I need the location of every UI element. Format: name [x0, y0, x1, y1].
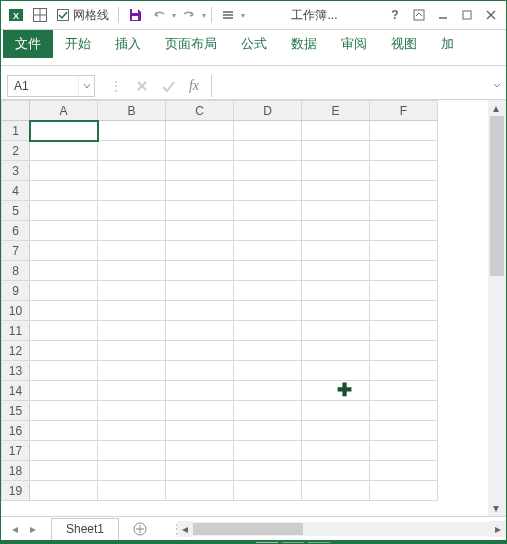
- row-header[interactable]: 14: [2, 381, 30, 401]
- cell[interactable]: [234, 161, 302, 181]
- formula-input[interactable]: [211, 75, 488, 97]
- cell[interactable]: [234, 461, 302, 481]
- vertical-scrollbar[interactable]: ▴ ▾: [488, 100, 506, 516]
- tab-addins[interactable]: 加: [429, 30, 466, 58]
- cell[interactable]: [302, 401, 370, 421]
- cell[interactable]: [302, 341, 370, 361]
- scroll-left-button[interactable]: ◂: [177, 521, 193, 537]
- cell[interactable]: [98, 221, 166, 241]
- row-header[interactable]: 8: [2, 261, 30, 281]
- cell[interactable]: [98, 261, 166, 281]
- undo-button[interactable]: [148, 4, 170, 26]
- new-sheet-button[interactable]: [129, 518, 151, 540]
- tab-formulas[interactable]: 公式: [229, 30, 279, 58]
- cell[interactable]: [370, 461, 438, 481]
- cell[interactable]: [370, 361, 438, 381]
- cell[interactable]: [234, 301, 302, 321]
- cell[interactable]: [98, 441, 166, 461]
- tab-data[interactable]: 数据: [279, 30, 329, 58]
- cell[interactable]: [370, 181, 438, 201]
- cell[interactable]: [166, 441, 234, 461]
- cell[interactable]: [302, 261, 370, 281]
- cell[interactable]: [302, 461, 370, 481]
- cell[interactable]: [234, 181, 302, 201]
- cell[interactable]: [30, 461, 98, 481]
- tab-layout[interactable]: 页面布局: [153, 30, 229, 58]
- cell[interactable]: [166, 481, 234, 501]
- enter-icon[interactable]: [157, 75, 179, 97]
- ribbon-display-button[interactable]: [408, 4, 430, 26]
- cell[interactable]: [302, 301, 370, 321]
- cell[interactable]: [234, 401, 302, 421]
- redo-button[interactable]: [178, 4, 200, 26]
- cell[interactable]: [234, 421, 302, 441]
- cell[interactable]: [234, 481, 302, 501]
- fx-button[interactable]: fx: [183, 75, 205, 97]
- cell[interactable]: [98, 461, 166, 481]
- sheet-tab[interactable]: Sheet1: [51, 518, 119, 540]
- cell[interactable]: [370, 381, 438, 401]
- cell[interactable]: [166, 461, 234, 481]
- cell[interactable]: [98, 421, 166, 441]
- col-header[interactable]: F: [370, 101, 438, 121]
- sheet-nav-next[interactable]: ▸: [25, 521, 41, 537]
- cell[interactable]: [370, 281, 438, 301]
- horizontal-scrollbar[interactable]: ⋮ ◂ ▸: [171, 521, 506, 537]
- save-button[interactable]: [124, 4, 146, 26]
- row-header[interactable]: 17: [2, 441, 30, 461]
- cell[interactable]: [30, 181, 98, 201]
- cell[interactable]: [30, 241, 98, 261]
- cell[interactable]: [98, 281, 166, 301]
- cell[interactable]: [98, 301, 166, 321]
- cell[interactable]: [30, 421, 98, 441]
- tab-home[interactable]: 开始: [53, 30, 103, 58]
- tab-view[interactable]: 视图: [379, 30, 429, 58]
- cell[interactable]: [370, 141, 438, 161]
- row-header[interactable]: 18: [2, 461, 30, 481]
- cell[interactable]: [302, 441, 370, 461]
- row-header[interactable]: 1: [2, 121, 30, 141]
- cell[interactable]: [370, 121, 438, 141]
- row-header[interactable]: 2: [2, 141, 30, 161]
- cell[interactable]: [30, 301, 98, 321]
- cell[interactable]: [98, 161, 166, 181]
- cell[interactable]: [30, 401, 98, 421]
- cell[interactable]: [166, 361, 234, 381]
- cell[interactable]: [370, 201, 438, 221]
- cell[interactable]: [234, 381, 302, 401]
- cell[interactable]: [98, 181, 166, 201]
- row-header[interactable]: 16: [2, 421, 30, 441]
- cell[interactable]: [302, 381, 370, 401]
- scroll-track[interactable]: [488, 116, 506, 500]
- cell[interactable]: [302, 421, 370, 441]
- cell[interactable]: [234, 361, 302, 381]
- row-header[interactable]: 5: [2, 201, 30, 221]
- cell[interactable]: [30, 141, 98, 161]
- row-header[interactable]: 3: [2, 161, 30, 181]
- cell[interactable]: [302, 221, 370, 241]
- formula-expand-button[interactable]: [488, 81, 506, 91]
- row-header[interactable]: 4: [2, 181, 30, 201]
- cell[interactable]: [370, 321, 438, 341]
- cell[interactable]: [30, 361, 98, 381]
- cell[interactable]: [370, 261, 438, 281]
- cell[interactable]: [166, 301, 234, 321]
- tab-file[interactable]: 文件: [3, 30, 53, 58]
- cell[interactable]: [234, 201, 302, 221]
- row-header[interactable]: 7: [2, 241, 30, 261]
- grid-icon[interactable]: [29, 4, 51, 26]
- close-button[interactable]: [480, 4, 502, 26]
- cell[interactable]: [98, 481, 166, 501]
- tab-review[interactable]: 审阅: [329, 30, 379, 58]
- row-header[interactable]: 6: [2, 221, 30, 241]
- sheet-nav-prev[interactable]: ◂: [7, 521, 23, 537]
- cell[interactable]: [234, 121, 302, 141]
- cell[interactable]: [234, 241, 302, 261]
- cell[interactable]: [370, 221, 438, 241]
- cell[interactable]: [302, 181, 370, 201]
- row-header[interactable]: 12: [2, 341, 30, 361]
- cell[interactable]: [166, 141, 234, 161]
- cell[interactable]: [166, 281, 234, 301]
- cell[interactable]: [302, 281, 370, 301]
- row-header[interactable]: 13: [2, 361, 30, 381]
